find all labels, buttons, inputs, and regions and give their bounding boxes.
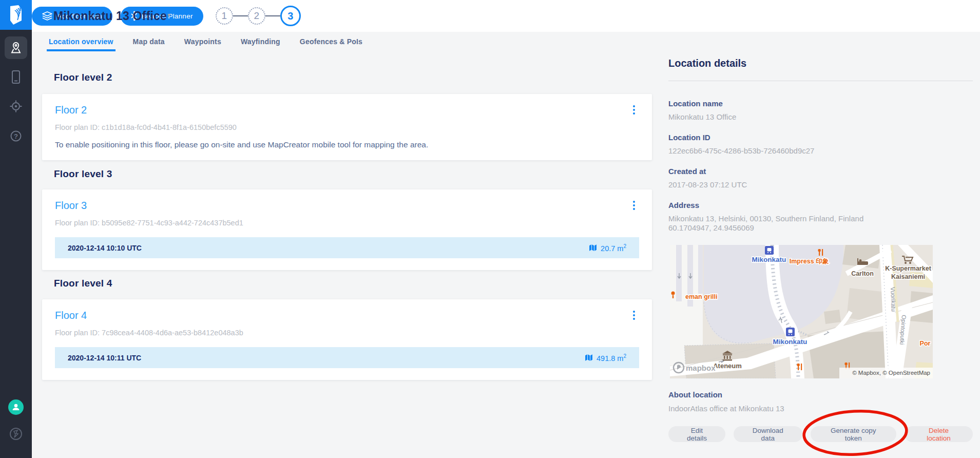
section-heading-floor-level-4: Floor level 4 xyxy=(54,278,112,289)
title-caret-icon[interactable]: ▾ xyxy=(164,0,174,32)
area-sup: 2 xyxy=(623,353,626,359)
mapping-notice: To enable positioning in this floor, ple… xyxy=(55,140,428,149)
field-value-location-id: 122ec6b6-475c-4286-b53b-726460bd9c27 xyxy=(668,146,814,156)
map-attribution[interactable]: © Mapbox, © OpenStreetMap xyxy=(839,368,933,378)
field-value-location-name: Mikonkatu 13 Office xyxy=(668,112,736,122)
map-label-impress: Impress 印象 xyxy=(790,258,829,265)
map-icon xyxy=(585,354,593,361)
metro-station-icon xyxy=(765,246,774,255)
sidebar: ? xyxy=(0,0,32,458)
floor-plan-id: Floor plan ID: 7c98cea4-4408-4d6a-ae53-b… xyxy=(55,329,243,337)
field-label-address: Address xyxy=(668,201,699,209)
floor-card-3: Floor 3 Floor plan ID: b5095e82-7751-4c9… xyxy=(42,189,652,270)
map-label-vuorikatu: Vuorikatu xyxy=(890,287,897,312)
location-map[interactable]: Mikonkatu Mikonkatu Impress 印象 eman gril… xyxy=(670,245,933,378)
map-label-grill: eman grilli xyxy=(685,293,718,300)
floor-plan-id: Floor plan ID: b5095e82-7751-4c93-a442-7… xyxy=(55,219,243,227)
generate-copy-token-button[interactable]: Generate copy token xyxy=(811,426,896,442)
user-avatar[interactable] xyxy=(8,399,24,415)
step-connector xyxy=(233,15,248,16)
divider xyxy=(668,81,973,81)
location-actions: Edit details Download data Generate copy… xyxy=(668,426,973,442)
tab-location-overview[interactable]: Location overview xyxy=(49,32,113,51)
floor-4-link[interactable]: Floor 4 xyxy=(55,310,87,321)
map-canvas: Mikonkatu Mikonkatu Impress 印象 eman gril… xyxy=(670,245,933,378)
floor-plan-id: Floor plan ID: c1b1d18a-fc0d-4b41-8f1a-6… xyxy=(55,123,237,131)
section-heading-floor-level-2: Floor level 2 xyxy=(54,72,112,83)
area-value: 491.8 m xyxy=(597,354,623,362)
tab-waypoints[interactable]: Waypoints xyxy=(184,32,221,51)
map-label-metro-mikonkatu: Mikonkatu xyxy=(752,256,786,263)
map-label-por: Por xyxy=(920,340,931,347)
page-title: Mikonkatu 13 Office xyxy=(53,0,167,32)
user-icon xyxy=(11,403,21,412)
indooratlas-logo-icon xyxy=(7,5,25,25)
field-label-location-id: Location ID xyxy=(668,133,710,142)
locate-crosshair-icon xyxy=(9,100,23,113)
scan-area: 491.8 m2 xyxy=(585,353,626,362)
edit-details-button[interactable]: Edit details xyxy=(668,426,725,442)
svg-text:?: ? xyxy=(14,132,18,140)
tab-wayfinding[interactable]: Wayfinding xyxy=(241,32,280,51)
svg-text:mapbox: mapbox xyxy=(686,364,716,372)
floor-3-menu-button[interactable] xyxy=(629,201,639,212)
field-value-coordinates: 60.1704947, 24.9456069 xyxy=(668,223,754,233)
scan-timestamp: 2020-12-14 10:11 UTC xyxy=(68,354,141,362)
tab-geofences-pois[interactable]: Geofences & PoIs xyxy=(300,32,362,51)
setup-steps: 1 2 3 xyxy=(216,6,301,26)
field-value-created-at: 2017-08-23 07:12 UTC xyxy=(668,180,747,189)
floor-2-menu-button[interactable] xyxy=(629,105,639,117)
area-sup: 2 xyxy=(623,243,626,249)
field-label-location-name: Location name xyxy=(668,99,723,108)
tram-stop-icon xyxy=(786,328,795,336)
download-data-button[interactable]: Download data xyxy=(734,426,802,442)
sidebar-item-devices[interactable] xyxy=(0,66,32,88)
sidebar-item-locations[interactable] xyxy=(5,36,27,59)
floor-card-2: Floor 2 Floor plan ID: c1b1d18a-fc0d-4b4… xyxy=(42,94,652,160)
help-icon: ? xyxy=(9,129,23,143)
step-1[interactable]: 1 xyxy=(216,7,233,25)
sidebar-item-logout[interactable] xyxy=(0,423,32,445)
field-value-about: IndoorAtlas office at Mikonkatu 13 xyxy=(668,404,784,413)
svg-text:© Mapbox, © OpenStreetMap: © Mapbox, © OpenStreetMap xyxy=(852,370,930,376)
section-heading-floor-level-3: Floor level 3 xyxy=(54,168,112,180)
scan-timestamp: 2020-12-14 10:10 UTC xyxy=(68,244,142,252)
scan-row[interactable]: 2020-12-14 10:10 UTC 20.7 m2 xyxy=(55,237,639,258)
location-details-panel: Location details Location name Mikonkatu… xyxy=(668,0,973,458)
step-3-active[interactable]: 3 xyxy=(280,6,301,26)
scan-row[interactable]: 2020-12-14 10:11 UTC 491.8 m2 xyxy=(55,347,639,368)
map-label-supermarket-1: K-Supermarket xyxy=(885,265,931,272)
indooratlas-logo[interactable] xyxy=(0,0,32,30)
map-icon xyxy=(589,244,597,252)
step-connector xyxy=(265,15,280,16)
field-label-created-at: Created at xyxy=(668,167,706,176)
sidebar-item-positioning[interactable] xyxy=(0,95,32,118)
map-pin-icon xyxy=(9,41,23,54)
floor-2-link[interactable]: Floor 2 xyxy=(55,104,87,116)
floor-card-4: Floor 4 Floor plan ID: 7c98cea4-4408-4d6… xyxy=(42,299,652,380)
field-value-address: Mikonkatu 13, Helsinki, 00130, Southern … xyxy=(668,214,863,223)
delete-location-button[interactable]: Delete location xyxy=(905,426,973,442)
layers-icon xyxy=(42,11,52,21)
map-label-tram-mikonkatu: Mikonkatu xyxy=(773,338,808,346)
area-value: 20.7 m xyxy=(601,244,623,252)
map-label-ateneum: Ateneum xyxy=(713,362,742,370)
mobile-device-icon xyxy=(10,70,22,84)
sidebar-item-help[interactable]: ? xyxy=(0,125,32,147)
map-label-supermarket-2: Kaisaniemi xyxy=(891,273,925,280)
indooratlas-mark-icon xyxy=(9,427,23,441)
tab-map-data[interactable]: Map data xyxy=(133,32,165,51)
floor-4-menu-button[interactable] xyxy=(629,311,639,322)
step-2[interactable]: 2 xyxy=(248,7,265,25)
scan-area: 20.7 m2 xyxy=(589,243,626,253)
field-label-about: About location xyxy=(668,390,722,399)
panel-heading: Location details xyxy=(668,58,746,69)
floor-3-link[interactable]: Floor 3 xyxy=(55,200,87,212)
map-label-carlton: Carlton xyxy=(851,270,874,277)
